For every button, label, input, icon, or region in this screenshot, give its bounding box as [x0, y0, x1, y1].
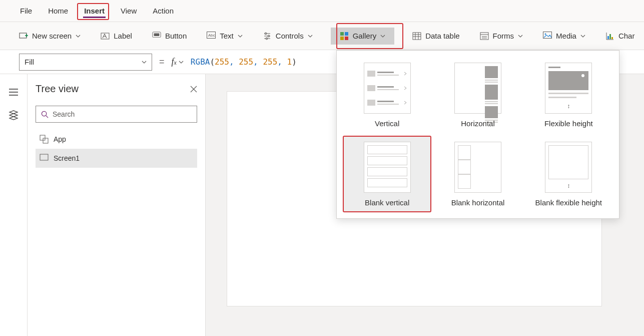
- svg-rect-16: [340, 37, 344, 40]
- svg-rect-18: [413, 33, 421, 40]
- forms-button[interactable]: Forms: [478, 29, 525, 44]
- chevron-down-icon: [238, 34, 243, 39]
- tree-view-icon[interactable]: [9, 110, 19, 118]
- property-selector[interactable]: Fill: [19, 54, 152, 71]
- svg-rect-15: [345, 32, 348, 36]
- gallery-thumb: [454, 142, 501, 193]
- text-label: Text: [220, 32, 234, 40]
- chevron-down-icon: [308, 34, 313, 39]
- gallery-option-blank-flexible-height[interactable]: ↕ Blank flexible height: [525, 137, 612, 212]
- chevron-down-icon: [580, 34, 585, 39]
- media-button[interactable]: Media: [541, 29, 587, 44]
- label-label: Label: [114, 32, 132, 40]
- controls-icon: [263, 32, 272, 41]
- gallery-label: Gallery: [353, 32, 377, 40]
- svg-rect-3: [101, 33, 109, 39]
- button-icon: [152, 32, 161, 41]
- property-name: Fill: [25, 58, 34, 66]
- gallery-thumb: [364, 142, 411, 193]
- charts-label: Char: [618, 32, 635, 40]
- tree-item-app[interactable]: App: [36, 130, 197, 149]
- controls-label: Controls: [276, 32, 304, 40]
- gallery-option-label: Blank flexible height: [535, 198, 602, 208]
- gallery-option-label: Blank vertical: [365, 198, 409, 208]
- gallery-option-flexible-height[interactable]: ↕ Flexible height: [525, 58, 612, 133]
- ribbon: New screen Label Button Abc Text Control…: [0, 22, 644, 50]
- new-screen-icon: [19, 32, 28, 41]
- gallery-button[interactable]: Gallery: [331, 28, 395, 45]
- gallery-icon: [340, 32, 349, 41]
- search-icon: [41, 111, 49, 118]
- controls-button[interactable]: Controls: [261, 29, 315, 44]
- equals-sign: =: [159, 57, 165, 67]
- charts-button[interactable]: Char: [603, 29, 637, 44]
- new-screen-button[interactable]: New screen: [17, 29, 83, 44]
- gallery-thumb: ↕: [545, 142, 592, 193]
- chevron-down-icon: [179, 60, 184, 65]
- tree-item-screen1[interactable]: Screen1: [36, 149, 197, 168]
- gallery-option-label: Vertical: [375, 119, 399, 129]
- svg-rect-42: [43, 138, 48, 143]
- formula-input[interactable]: RGBA(255, 255, 255, 1): [191, 57, 297, 67]
- gallery-option-horizontal[interactable]: Horizontal: [434, 58, 521, 133]
- data-table-icon: [412, 32, 421, 41]
- screen-icon: [40, 154, 49, 163]
- search-placeholder: Search: [53, 110, 75, 118]
- forms-label: Forms: [493, 32, 514, 40]
- svg-point-28: [545, 33, 546, 35]
- label-button[interactable]: Label: [99, 29, 134, 44]
- label-icon: [101, 32, 110, 41]
- svg-rect-14: [340, 32, 344, 36]
- menubar: File Home Insert View Action: [0, 0, 644, 22]
- menu-home[interactable]: Home: [47, 4, 69, 18]
- data-table-label: Data table: [425, 32, 459, 40]
- menu-view[interactable]: View: [120, 4, 138, 18]
- text-icon: Abc: [207, 32, 216, 41]
- tree-item-label: App: [54, 135, 66, 143]
- app-icon: [40, 135, 49, 144]
- chevron-down-icon: [142, 60, 147, 65]
- gallery-thumb: [364, 63, 411, 114]
- gallery-option-label: Flexible height: [544, 119, 593, 129]
- menu-action[interactable]: Action: [152, 4, 175, 18]
- new-screen-label: New screen: [32, 32, 72, 40]
- sidebar-rail: [0, 74, 28, 336]
- svg-rect-43: [40, 154, 48, 160]
- text-button[interactable]: Abc Text: [205, 29, 245, 44]
- chart-icon: [605, 32, 614, 41]
- data-table-button[interactable]: Data table: [410, 29, 461, 44]
- svg-text:Abc: Abc: [208, 33, 215, 38]
- gallery-option-label: Blank horizontal: [451, 198, 505, 208]
- close-icon[interactable]: [190, 86, 197, 93]
- search-input[interactable]: Search: [36, 106, 197, 123]
- svg-point-39: [42, 111, 46, 116]
- button-button[interactable]: Button: [150, 29, 189, 44]
- svg-rect-31: [607, 36, 609, 39]
- formula-func: RGBA: [191, 57, 210, 67]
- gallery-option-vertical[interactable]: Vertical: [344, 58, 430, 133]
- svg-rect-5: [154, 33, 160, 36]
- fx-button[interactable]: fx: [172, 57, 184, 67]
- tree-view-title: Tree view: [36, 83, 79, 95]
- gallery-option-blank-horizontal[interactable]: Blank horizontal: [434, 137, 521, 212]
- media-icon: [543, 32, 552, 41]
- svg-rect-32: [609, 34, 611, 39]
- forms-icon: [480, 32, 489, 41]
- gallery-dropdown: Vertical Horizontal ↕ Flexible height Bl…: [336, 50, 619, 219]
- hamburger-icon[interactable]: [9, 88, 19, 96]
- chevron-down-icon: [518, 34, 523, 39]
- svg-rect-23: [480, 33, 488, 40]
- gallery-option-blank-vertical[interactable]: Blank vertical: [344, 137, 430, 212]
- tree-item-label: Screen1: [54, 154, 80, 162]
- svg-rect-33: [611, 37, 613, 39]
- svg-rect-41: [40, 135, 45, 140]
- button-label: Button: [165, 32, 187, 40]
- gallery-option-label: Horizontal: [461, 119, 495, 129]
- chevron-down-icon: [380, 34, 385, 39]
- gallery-thumb: ↕: [545, 63, 592, 114]
- chevron-down-icon: [76, 34, 81, 39]
- menu-file[interactable]: File: [19, 4, 33, 18]
- svg-rect-17: [345, 37, 348, 40]
- media-label: Media: [556, 32, 576, 40]
- menu-insert[interactable]: Insert: [83, 4, 106, 18]
